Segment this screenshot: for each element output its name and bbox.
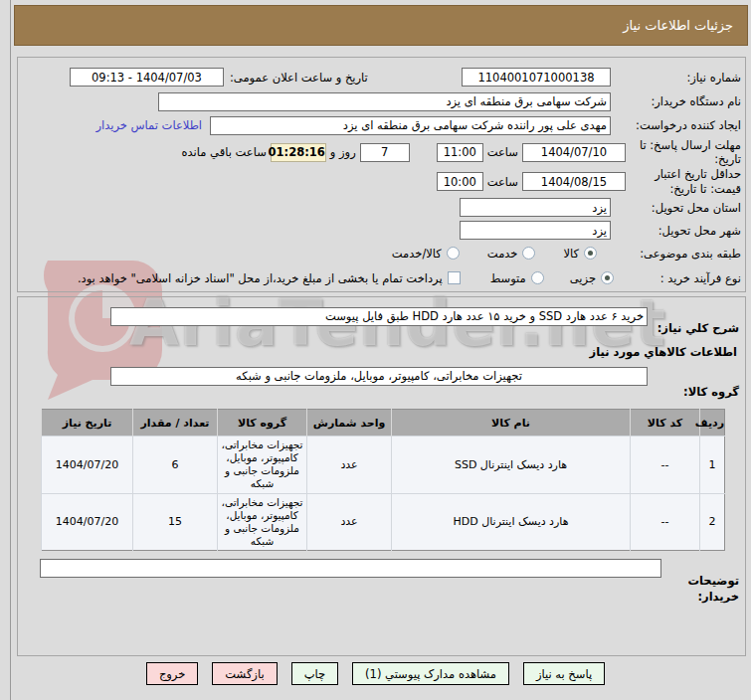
price-validity-label: حداقل تاریخ اعتبار قیمت: تا تاریخ: bbox=[626, 167, 741, 196]
remaining-days-field[interactable] bbox=[360, 143, 410, 162]
buyer-notes-label: توضیحات خریدار: bbox=[661, 559, 739, 605]
need-description-label: شرح کلي نیاز: bbox=[648, 307, 739, 335]
cell-code-2: -- bbox=[631, 493, 700, 551]
cell-group-2: تجهیزات مخابراتی، کامپیوتر، موبایل، ملزو… bbox=[218, 493, 307, 551]
cell-unit-2: عدد bbox=[307, 493, 392, 551]
row-need-number: شماره نیاز: تاریخ و ساعت اعلان عمومی: bbox=[22, 65, 741, 89]
hours-remaining-label: ساعت باقي مانده bbox=[182, 145, 267, 159]
goods-info-section: شرح کلي نیاز: خرید ۶ عدد هارد SSD و خرید… bbox=[17, 296, 746, 656]
days-and-label: روز و bbox=[330, 145, 356, 159]
radio-minor[interactable] bbox=[601, 271, 614, 284]
deadline-label: مهلت ارسال پاسخ: تا تاریخ: bbox=[626, 138, 741, 167]
print-button[interactable]: چاپ bbox=[291, 662, 338, 685]
province-field[interactable] bbox=[460, 198, 611, 217]
action-button-bar: پاسخ به نیاز مشاهده مدارک پیوستي (1) چاپ… bbox=[0, 662, 751, 685]
city-field[interactable] bbox=[460, 221, 611, 240]
col-code: کد کالا bbox=[631, 410, 700, 437]
radio-service-label: خدمت bbox=[487, 247, 518, 261]
radio-minor-label: جزیی bbox=[570, 271, 596, 285]
window-edge-line bbox=[10, 0, 11, 700]
validity-date-field[interactable] bbox=[522, 172, 626, 191]
goods-section-header: اطلاعات کالاهاي مورد نیاز bbox=[24, 345, 737, 359]
announce-label: تاریخ و ساعت اعلان عمومی: bbox=[230, 71, 368, 85]
deadline-hour-label: ساعت bbox=[487, 145, 518, 159]
need-number-label: شماره نیاز: bbox=[611, 71, 741, 85]
cell-date-2: 1404/07/20 bbox=[42, 493, 133, 551]
creator-field[interactable] bbox=[210, 116, 611, 135]
cell-qty-1: 6 bbox=[133, 437, 218, 494]
col-unit: واحد شمارش bbox=[307, 410, 392, 437]
row-goods-group: گروه کالا: تجهیزات مخابراتی، کامپیوتر، م… bbox=[24, 367, 739, 399]
process-type-label: نوع فرآیند خرید : bbox=[614, 271, 741, 285]
back-button[interactable]: بازگشت bbox=[212, 662, 277, 685]
goods-table-header-row: ردیف کد کالا نام کالا واحد شمارش گروه کا… bbox=[42, 410, 725, 437]
row-deadline: مهلت ارسال پاسخ: تا تاریخ: ساعت روز و 01… bbox=[22, 137, 741, 167]
col-qty: تعداد / مقدار bbox=[133, 410, 218, 437]
buyer-notes-field[interactable] bbox=[40, 559, 661, 578]
table-row: 2 -- هارد دیسک اینترنال HDD عدد تجهیزات … bbox=[42, 493, 725, 551]
announce-field[interactable] bbox=[70, 68, 224, 87]
goods-table: ردیف کد کالا نام کالا واحد شمارش گروه کا… bbox=[41, 409, 725, 551]
row-creator: ایجاد کننده درخواست: اطلاعات تماس خریدار bbox=[22, 113, 741, 137]
table-row: 1 -- هارد دیسک اینترنال SSD عدد تجهیزات … bbox=[42, 437, 725, 494]
radio-goods-service[interactable] bbox=[447, 247, 460, 260]
cell-code-1: -- bbox=[631, 437, 700, 494]
radio-goods-label: کالا bbox=[563, 247, 579, 261]
treasury-checkbox[interactable] bbox=[448, 271, 461, 284]
radio-medium-label: متوسط bbox=[490, 271, 526, 285]
goods-group-label: گروه کالا: bbox=[648, 367, 739, 399]
radio-goods-service-label: کالا/خدمت bbox=[392, 247, 442, 261]
cell-qty-2: 15 bbox=[133, 493, 218, 551]
view-attached-docs-button[interactable]: مشاهده مدارک پیوستي (1) bbox=[352, 662, 509, 685]
row-need-description: شرح کلي نیاز: خرید ۶ عدد هارد SSD و خرید… bbox=[24, 307, 739, 335]
buyer-contact-link[interactable]: اطلاعات تماس خریدار bbox=[95, 118, 202, 132]
deadline-time-field[interactable] bbox=[437, 143, 483, 162]
exit-button[interactable]: خروج bbox=[146, 662, 198, 685]
need-description-field[interactable]: خرید ۶ عدد هارد SSD و خرید ۱۵ عدد هارد H… bbox=[110, 307, 648, 326]
row-buyer-org: نام دستگاه خریدار: bbox=[22, 89, 741, 113]
radio-medium[interactable] bbox=[531, 271, 544, 284]
need-info-form: شماره نیاز: تاریخ و ساعت اعلان عمومی: نا… bbox=[17, 57, 746, 292]
goods-group-field[interactable]: تجهیزات مخابراتی، کامپیوتر، موبایل، ملزو… bbox=[110, 367, 648, 386]
col-name: نام کالا bbox=[392, 410, 631, 437]
col-row: ردیف bbox=[700, 410, 725, 437]
reply-to-need-button[interactable]: پاسخ به نیاز bbox=[523, 662, 605, 685]
row-province: استان محل تحویل: bbox=[22, 196, 741, 219]
city-label: شهر محل تحویل: bbox=[611, 224, 741, 238]
treasury-checkbox-label: پرداخت تمام یا بخشی از مبلغ خرید،از محل … bbox=[78, 271, 443, 285]
cell-name-2: هارد دیسک اینترنال HDD bbox=[392, 493, 631, 551]
province-label: استان محل تحویل: bbox=[611, 201, 741, 215]
radio-service[interactable] bbox=[522, 247, 535, 260]
row-city: شهر محل تحویل: bbox=[22, 219, 741, 242]
cell-unit-1: عدد bbox=[307, 437, 392, 494]
row-process-type: نوع فرآیند خرید : جزیی متوسط پرداخت تمام… bbox=[22, 264, 741, 291]
deadline-date-field[interactable] bbox=[522, 143, 626, 162]
creator-label: ایجاد کننده درخواست: bbox=[611, 118, 741, 132]
countdown-timer: 01:28:16 bbox=[271, 143, 326, 162]
page-title: جزئیات اطلاعات نیاز bbox=[14, 5, 748, 46]
validity-hour-label: ساعت bbox=[487, 175, 518, 189]
classification-label: طبقه بندی موضوعی: bbox=[597, 247, 741, 261]
cell-row-2: 2 bbox=[700, 493, 725, 551]
page-title-text: جزئیات اطلاعات نیاز bbox=[623, 18, 733, 33]
row-buyer-notes: توضیحات خریدار: bbox=[24, 559, 739, 605]
radio-goods[interactable] bbox=[584, 247, 597, 260]
validity-time-field[interactable] bbox=[437, 172, 483, 191]
cell-date-1: 1404/07/20 bbox=[42, 437, 133, 494]
need-number-field[interactable] bbox=[462, 68, 611, 87]
cell-group-1: تجهیزات مخابراتی، کامپیوتر، موبایل، ملزو… bbox=[218, 437, 307, 494]
buyer-org-field[interactable] bbox=[158, 92, 611, 111]
col-date: تاریخ نیاز bbox=[42, 410, 133, 437]
row-classification: طبقه بندی موضوعی: کالا خدمت کالا/خدمت bbox=[22, 242, 741, 264]
buyer-org-label: نام دستگاه خریدار: bbox=[611, 94, 741, 108]
col-group: گروه کالا bbox=[218, 410, 307, 437]
cell-name-1: هارد دیسک اینترنال SSD bbox=[392, 437, 631, 494]
cell-row-1: 1 bbox=[700, 437, 725, 494]
row-price-validity: حداقل تاریخ اعتبار قیمت: تا تاریخ: ساعت bbox=[22, 167, 741, 196]
